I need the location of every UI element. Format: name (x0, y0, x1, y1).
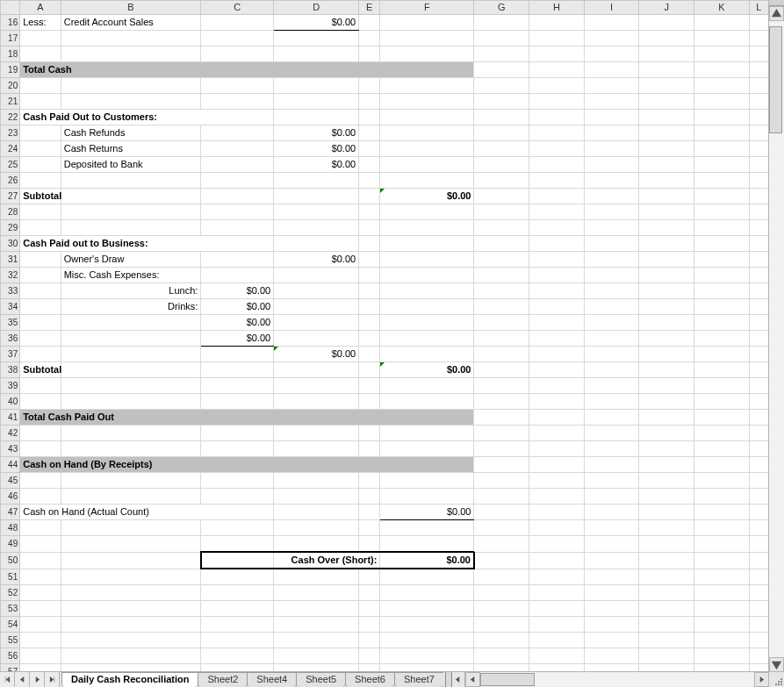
tab-nav-prev[interactable] (15, 672, 30, 687)
cell-F37[interactable] (380, 347, 474, 362)
cell-E51[interactable] (359, 569, 380, 585)
cell-C17[interactable] (201, 31, 274, 47)
cell-J49[interactable] (639, 536, 694, 553)
cell-K38[interactable] (694, 362, 750, 378)
cell-D32[interactable] (274, 268, 359, 283)
cell-G55[interactable] (474, 633, 529, 648)
cell-K51[interactable] (694, 569, 750, 585)
cell-D30[interactable] (274, 236, 359, 252)
cell-F21[interactable] (380, 94, 474, 110)
cell-L17[interactable] (749, 31, 768, 47)
cell-D27[interactable] (274, 189, 359, 204)
cell-B42[interactable] (61, 426, 201, 441)
cell-D49[interactable] (274, 536, 359, 553)
cell-D31[interactable]: $0.00 (274, 252, 359, 268)
cell-G43[interactable] (474, 441, 529, 457)
cell-A41[interactable]: Total Cash Paid Out (20, 410, 474, 426)
cell-H46[interactable] (529, 489, 585, 505)
row-header[interactable]: 19 (1, 62, 20, 78)
cell-D47[interactable] (274, 505, 359, 520)
cell-L51[interactable] (749, 569, 768, 585)
cell-A35[interactable] (20, 315, 61, 331)
row-header[interactable]: 45 (1, 473, 20, 489)
cell-E42[interactable] (359, 426, 380, 441)
cell-D38[interactable] (274, 362, 359, 378)
cell-E27[interactable] (359, 189, 380, 204)
cell-H47[interactable] (529, 505, 585, 520)
cell-D42[interactable] (274, 426, 359, 441)
cell-E39[interactable] (359, 378, 380, 394)
cell-J38[interactable] (639, 362, 694, 378)
row-header[interactable]: 33 (1, 283, 20, 299)
cell-C31[interactable] (201, 252, 274, 268)
row-header[interactable]: 46 (1, 489, 20, 505)
row-header[interactable]: 30 (1, 236, 20, 252)
cell-L25[interactable] (749, 157, 768, 173)
cell-L20[interactable] (749, 78, 768, 94)
cell-I52[interactable] (584, 585, 639, 601)
cell-I39[interactable] (584, 378, 639, 394)
cell-B29[interactable] (61, 220, 201, 236)
cell-A56[interactable] (20, 648, 61, 664)
cell-L28[interactable] (749, 204, 768, 220)
cell-L35[interactable] (749, 315, 768, 331)
cell-I20[interactable] (584, 78, 639, 94)
cell-F23[interactable] (380, 125, 474, 141)
cell-F18[interactable] (380, 47, 474, 62)
cell-K45[interactable] (694, 473, 750, 489)
cell-E22[interactable] (359, 110, 380, 125)
cell-H34[interactable] (529, 299, 585, 315)
cell-J53[interactable] (639, 601, 694, 617)
cell-F36[interactable] (380, 331, 474, 347)
cell-I21[interactable] (584, 94, 639, 110)
row-header[interactable]: 48 (1, 520, 20, 536)
cell-G23[interactable] (474, 125, 529, 141)
cell-K56[interactable] (694, 648, 750, 664)
cell-I31[interactable] (584, 252, 639, 268)
cell-B49[interactable] (61, 536, 201, 553)
sheet-tab[interactable]: Sheet5 (296, 672, 346, 687)
cell-E16[interactable] (359, 15, 380, 31)
cell-H17[interactable] (529, 31, 585, 47)
cell-E21[interactable] (359, 94, 380, 110)
cell-A47[interactable]: Cash on Hand (Actual Count) (20, 505, 274, 520)
cell-C34[interactable]: $0.00 (201, 299, 274, 315)
cell-B34[interactable]: Drinks: (61, 299, 201, 315)
cell-H38[interactable] (529, 362, 585, 378)
cell-K47[interactable] (694, 505, 750, 520)
scroll-right-button[interactable] (754, 672, 769, 687)
row-header[interactable]: 41 (1, 410, 20, 426)
cell-L27[interactable] (749, 189, 768, 204)
col-header-A[interactable]: A (20, 1, 61, 15)
cell-I54[interactable] (584, 617, 639, 633)
cell-C40[interactable] (201, 394, 274, 410)
cell-J29[interactable] (639, 220, 694, 236)
cell-B32[interactable]: Misc. Cash Expenses: (61, 268, 201, 283)
cell-G41[interactable] (474, 410, 529, 426)
cell-L16[interactable] (749, 15, 768, 31)
col-header-E[interactable]: E (359, 1, 380, 15)
cell-A16[interactable]: Less: (20, 15, 61, 31)
cell-K39[interactable] (694, 378, 750, 394)
cell-C37[interactable] (201, 347, 274, 362)
cell-A40[interactable] (20, 394, 61, 410)
cell-J46[interactable] (639, 489, 694, 505)
cell-B55[interactable] (61, 633, 201, 648)
cell-A45[interactable] (20, 473, 61, 489)
cell-J52[interactable] (639, 585, 694, 601)
cell-C45[interactable] (201, 473, 274, 489)
col-header-L[interactable]: L (749, 1, 768, 15)
cell-D43[interactable] (274, 441, 359, 457)
cell-I48[interactable] (584, 520, 639, 536)
cell-F38[interactable]: $0.00 (380, 362, 474, 378)
cell-B33[interactable]: Lunch: (61, 283, 201, 299)
cell-C24[interactable] (201, 141, 274, 157)
cell-J20[interactable] (639, 78, 694, 94)
cell-E29[interactable] (359, 220, 380, 236)
cell-F35[interactable] (380, 315, 474, 331)
cell-I56[interactable] (584, 648, 639, 664)
vscroll-track[interactable] (769, 21, 784, 657)
cell-A49[interactable] (20, 536, 61, 553)
cell-F16[interactable] (380, 15, 474, 31)
cell-I34[interactable] (584, 299, 639, 315)
